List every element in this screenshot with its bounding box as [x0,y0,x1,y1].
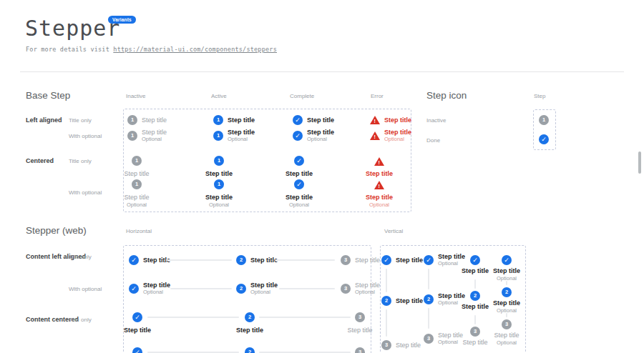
step-title: Step title [236,327,263,334]
step-optional-label: Optional [355,289,380,295]
step-title: Step title [396,342,421,349]
step-optional-label: Optional [250,289,278,295]
step-inactive: 1Step title [127,115,167,125]
step-title: Step title [493,299,520,307]
check-icon: ✓ [502,255,512,265]
step-active: 2Step title [381,296,423,306]
step-title: Step title [250,257,278,264]
step-number-icon: 1 [127,115,137,125]
sublabel-title-only: Title only [69,317,92,323]
step-number-icon: 1 [539,115,549,125]
sublabel-title-only: Title only [69,254,92,260]
row-label-centered: Centered [26,157,54,164]
column-header-inactive: Inactive [126,93,146,99]
error-icon: ! [370,116,380,124]
connector-line [170,288,232,289]
sublabel-with-optional: With optional [69,286,102,292]
error-icon: ! [374,157,384,166]
scrollbar-thumb[interactable] [638,151,641,174]
step-title: Step title [307,129,334,136]
step-complete: ✓Step title [112,312,162,334]
column-header-vertical: Vertical [384,228,403,234]
step-number-icon: 3 [355,347,365,353]
step-title: Step title [143,282,170,289]
row-label-inactive: Inactive [426,117,447,124]
step-complete: ✓Step title [381,255,423,265]
step-active: 1Step title [194,156,244,177]
step-number-icon: 3 [381,340,391,350]
step-number-icon: 1 [214,179,224,189]
step-title: Step title [396,257,423,264]
step-title: Step title [142,116,167,124]
step-error: !Step titleOptional [370,129,411,142]
step-error: !Step title [354,156,404,177]
step-number-icon: 2 [502,287,512,297]
connector-line [474,279,476,289]
step-title: Step title [347,327,372,334]
column-header-active: Active [211,93,227,99]
step-number-icon: 3 [502,319,512,329]
step-complete: ✓Step title [293,115,334,125]
check-icon: ✓ [129,284,139,294]
step-error: !Step titleOptional [354,180,404,208]
page-title: Stepper [25,16,120,41]
column-header-error: Error [371,93,384,99]
step-title: Step title [286,170,313,177]
connector-line [474,315,476,324]
step-number-icon: 2 [245,312,255,322]
step-title: Step title [142,129,167,136]
step-inactive: 1Step titleOptional [127,129,167,142]
step-title: Step title [366,194,393,201]
step-title: Step title [286,194,313,201]
step-title: Step title [228,129,255,136]
step-complete: ✓Step title [129,255,170,265]
section-heading-step-icon: Step icon [426,90,467,101]
step-number-icon: 2 [470,291,480,301]
column-header-complete: Complete [290,93,314,99]
step-number-icon: 3 [341,255,351,265]
step-title: Step title [250,282,278,289]
step-title: Step title [355,282,380,289]
sublabel-with-optional: With optional [69,133,102,139]
variants-badge: Variants [108,16,136,24]
step-number-icon: 3 [470,327,480,337]
step-number-icon: 1 [214,156,224,166]
step-active: 1Step titleOptional [194,179,244,208]
step-optional-label: Optional [209,202,229,208]
step-optional-label: Optional [384,136,411,142]
stepper-spec-page: Stepper Variants For more details visit … [0,0,644,353]
section-heading-base-step: Base Step [26,90,70,101]
step-inactive: 3Step title [381,340,421,350]
step-number-icon: 2 [236,284,246,294]
column-header-horizontal: Horizontal [126,228,152,234]
step-number-icon: 1 [132,179,142,189]
step-title: Step title [307,116,334,124]
step-title: Step title [384,129,411,136]
step-title: Step title [366,170,393,177]
step-inactive: 3 [335,347,385,353]
connector-line [166,259,232,261]
step-number-icon: 1 [213,115,223,125]
subtitle-text: For more details visit [26,46,113,53]
check-icon: ✓ [381,255,391,265]
step-optional-label: Optional [307,136,334,142]
check-icon: ✓ [132,312,142,322]
step-number-icon: 3 [355,312,365,322]
sublabel-with-optional: With optional [69,189,102,196]
step-optional-label: Optional [127,202,147,208]
check-icon: ✓ [293,115,303,125]
step-inactive: 3Step title [335,312,385,334]
check-icon: ✓ [293,131,303,141]
connector-line [386,269,387,292]
check-icon: ✓ [539,134,549,144]
step-title: Step title [124,327,151,334]
step-number-icon: 3 [341,284,351,294]
check-icon: ✓ [294,156,304,166]
column-header-step: Step [534,93,545,99]
connector-line [386,309,387,337]
check-icon: ✓ [294,179,304,189]
step-inactive: 1Step titleOptional [112,179,162,208]
steppers-docs-link[interactable]: https://material-ui.com/components/stepp… [113,46,277,53]
step-title: Step title [384,116,411,124]
step-number-icon: 2 [381,296,391,306]
